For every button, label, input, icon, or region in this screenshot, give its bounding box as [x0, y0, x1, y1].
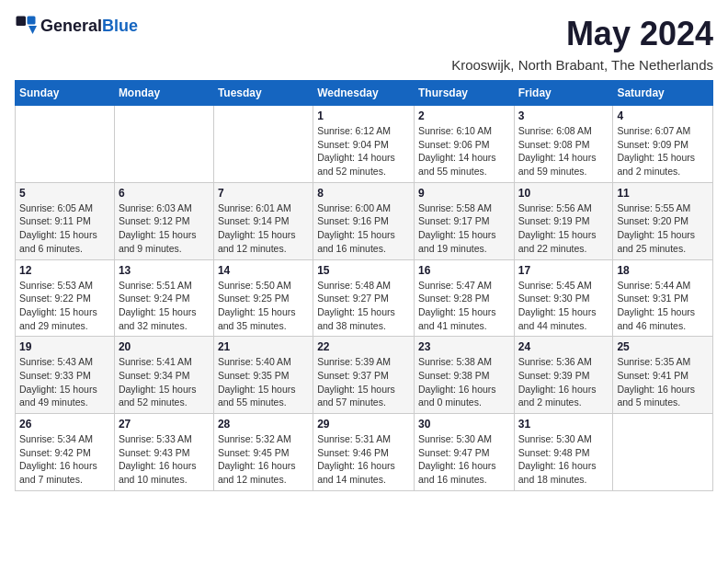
logo-blue: Blue: [102, 17, 138, 35]
day-number: 17: [518, 264, 609, 277]
day-info: Sunrise: 5:47 AM Sunset: 9:28 PM Dayligh…: [418, 279, 510, 333]
day-info: Sunrise: 5:56 AM Sunset: 9:19 PM Dayligh…: [518, 201, 609, 256]
day-cell-1-6: 11Sunrise: 5:55 AM Sunset: 9:20 PM Dayli…: [613, 182, 713, 259]
day-info: Sunrise: 5:34 AM Sunset: 9:42 PM Dayligh…: [19, 432, 110, 487]
day-cell-2-4: 16Sunrise: 5:47 AM Sunset: 9:28 PM Dayli…: [414, 259, 514, 337]
day-cell-2-3: 15Sunrise: 5:48 AM Sunset: 9:27 PM Dayli…: [313, 259, 415, 337]
day-info: Sunrise: 6:01 AM Sunset: 9:14 PM Dayligh…: [218, 201, 309, 256]
day-info: Sunrise: 5:30 AM Sunset: 9:47 PM Dayligh…: [418, 432, 510, 487]
day-info: Sunrise: 5:31 AM Sunset: 9:46 PM Dayligh…: [317, 432, 410, 487]
day-info: Sunrise: 5:44 AM Sunset: 9:31 PM Dayligh…: [617, 279, 709, 333]
day-number: 12: [19, 264, 110, 277]
day-cell-0-0: [16, 106, 115, 183]
day-number: 22: [317, 340, 410, 353]
col-monday: Monday: [114, 81, 213, 106]
day-cell-4-3: 29Sunrise: 5:31 AM Sunset: 9:46 PM Dayli…: [313, 414, 415, 491]
month-title: May 2024: [566, 15, 713, 53]
day-number: 1: [317, 109, 410, 122]
svg-rect-1: [28, 17, 36, 25]
day-cell-1-2: 7Sunrise: 6:01 AM Sunset: 9:14 PM Daylig…: [213, 182, 313, 259]
day-info: Sunrise: 5:53 AM Sunset: 9:22 PM Dayligh…: [19, 279, 110, 333]
day-cell-0-5: 3Sunrise: 6:08 AM Sunset: 9:08 PM Daylig…: [514, 106, 613, 183]
day-info: Sunrise: 5:51 AM Sunset: 9:24 PM Dayligh…: [119, 279, 210, 333]
day-info: Sunrise: 5:45 AM Sunset: 9:30 PM Dayligh…: [518, 279, 609, 333]
day-cell-3-3: 22Sunrise: 5:39 AM Sunset: 9:37 PM Dayli…: [313, 337, 415, 414]
day-info: Sunrise: 5:36 AM Sunset: 9:39 PM Dayligh…: [518, 355, 609, 409]
col-thursday: Thursday: [414, 81, 514, 106]
day-cell-2-5: 17Sunrise: 5:45 AM Sunset: 9:30 PM Dayli…: [514, 259, 613, 337]
day-number: 29: [317, 418, 410, 431]
day-info: Sunrise: 5:30 AM Sunset: 9:48 PM Dayligh…: [518, 432, 609, 487]
day-number: 28: [218, 418, 309, 431]
day-number: 30: [418, 418, 510, 431]
day-number: 8: [317, 187, 410, 200]
week-row-1: 1Sunrise: 6:12 AM Sunset: 9:04 PM Daylig…: [16, 106, 713, 183]
day-number: 18: [617, 264, 709, 277]
day-cell-4-4: 30Sunrise: 5:30 AM Sunset: 9:47 PM Dayli…: [414, 414, 514, 491]
logo: GeneralBlue: [15, 15, 138, 37]
day-number: 16: [418, 264, 510, 277]
day-cell-3-5: 24Sunrise: 5:36 AM Sunset: 9:39 PM Dayli…: [514, 337, 613, 414]
day-cell-1-1: 6Sunrise: 6:03 AM Sunset: 9:12 PM Daylig…: [114, 182, 213, 259]
day-info: Sunrise: 5:35 AM Sunset: 9:41 PM Dayligh…: [617, 355, 709, 409]
col-wednesday: Wednesday: [313, 81, 415, 106]
week-row-5: 26Sunrise: 5:34 AM Sunset: 9:42 PM Dayli…: [16, 414, 713, 491]
day-cell-2-1: 13Sunrise: 5:51 AM Sunset: 9:24 PM Dayli…: [114, 259, 213, 337]
day-cell-3-4: 23Sunrise: 5:38 AM Sunset: 9:38 PM Dayli…: [414, 337, 514, 414]
day-info: Sunrise: 5:41 AM Sunset: 9:34 PM Dayligh…: [119, 355, 210, 409]
col-saturday: Saturday: [613, 81, 713, 106]
day-cell-4-6: [613, 414, 713, 491]
week-row-4: 19Sunrise: 5:43 AM Sunset: 9:33 PM Dayli…: [16, 337, 713, 414]
day-number: 15: [317, 264, 410, 277]
calendar-table: Sunday Monday Tuesday Wednesday Thursday…: [15, 80, 713, 491]
day-cell-4-5: 31Sunrise: 5:30 AM Sunset: 9:48 PM Dayli…: [514, 414, 613, 491]
day-number: 11: [617, 187, 709, 200]
day-cell-0-4: 2Sunrise: 6:10 AM Sunset: 9:06 PM Daylig…: [414, 106, 514, 183]
day-number: 23: [418, 340, 510, 353]
page-container: GeneralBlue May 2024 Krooswijk, North Br…: [15, 15, 713, 491]
calendar-header-row: Sunday Monday Tuesday Wednesday Thursday…: [16, 81, 713, 106]
day-info: Sunrise: 5:58 AM Sunset: 9:17 PM Dayligh…: [418, 201, 510, 256]
header: GeneralBlue May 2024: [15, 15, 713, 53]
day-number: 6: [119, 187, 210, 200]
location-title: Krooswijk, North Brabant, The Netherland…: [15, 57, 713, 73]
day-info: Sunrise: 6:08 AM Sunset: 9:08 PM Dayligh…: [518, 124, 609, 178]
day-info: Sunrise: 5:33 AM Sunset: 9:43 PM Dayligh…: [119, 432, 210, 487]
day-number: 13: [119, 264, 210, 277]
day-number: 24: [518, 340, 609, 353]
svg-marker-2: [28, 26, 37, 34]
day-cell-3-6: 25Sunrise: 5:35 AM Sunset: 9:41 PM Dayli…: [613, 337, 713, 414]
day-cell-0-1: [114, 106, 213, 183]
day-cell-3-2: 21Sunrise: 5:40 AM Sunset: 9:35 PM Dayli…: [213, 337, 313, 414]
day-number: 27: [119, 418, 210, 431]
day-info: Sunrise: 6:10 AM Sunset: 9:06 PM Dayligh…: [418, 124, 510, 178]
day-cell-0-6: 4Sunrise: 6:07 AM Sunset: 9:09 PM Daylig…: [613, 106, 713, 183]
day-cell-1-3: 8Sunrise: 6:00 AM Sunset: 9:16 PM Daylig…: [313, 182, 415, 259]
day-number: 9: [418, 187, 510, 200]
day-info: Sunrise: 6:05 AM Sunset: 9:11 PM Dayligh…: [19, 201, 110, 256]
day-info: Sunrise: 5:48 AM Sunset: 9:27 PM Dayligh…: [317, 279, 410, 333]
day-info: Sunrise: 6:00 AM Sunset: 9:16 PM Dayligh…: [317, 201, 410, 256]
col-friday: Friday: [514, 81, 613, 106]
day-number: 7: [218, 187, 309, 200]
day-number: 26: [19, 418, 110, 431]
day-number: 10: [518, 187, 609, 200]
day-cell-1-0: 5Sunrise: 6:05 AM Sunset: 9:11 PM Daylig…: [16, 182, 115, 259]
day-number: 2: [418, 109, 510, 122]
day-cell-2-6: 18Sunrise: 5:44 AM Sunset: 9:31 PM Dayli…: [613, 259, 713, 337]
day-info: Sunrise: 5:40 AM Sunset: 9:35 PM Dayligh…: [218, 355, 309, 409]
week-row-3: 12Sunrise: 5:53 AM Sunset: 9:22 PM Dayli…: [16, 259, 713, 337]
logo-general: General: [40, 17, 102, 35]
day-number: 21: [218, 340, 309, 353]
logo-text: GeneralBlue: [40, 17, 138, 36]
day-cell-1-5: 10Sunrise: 5:56 AM Sunset: 9:19 PM Dayli…: [514, 182, 613, 259]
svg-rect-0: [17, 17, 27, 27]
day-number: 5: [19, 187, 110, 200]
day-number: 4: [617, 109, 709, 122]
day-number: 31: [518, 418, 609, 431]
day-info: Sunrise: 5:50 AM Sunset: 9:25 PM Dayligh…: [218, 279, 309, 333]
day-info: Sunrise: 5:55 AM Sunset: 9:20 PM Dayligh…: [617, 201, 709, 256]
day-cell-4-2: 28Sunrise: 5:32 AM Sunset: 9:45 PM Dayli…: [213, 414, 313, 491]
day-info: Sunrise: 5:43 AM Sunset: 9:33 PM Dayligh…: [19, 355, 110, 409]
day-cell-2-2: 14Sunrise: 5:50 AM Sunset: 9:25 PM Dayli…: [213, 259, 313, 337]
